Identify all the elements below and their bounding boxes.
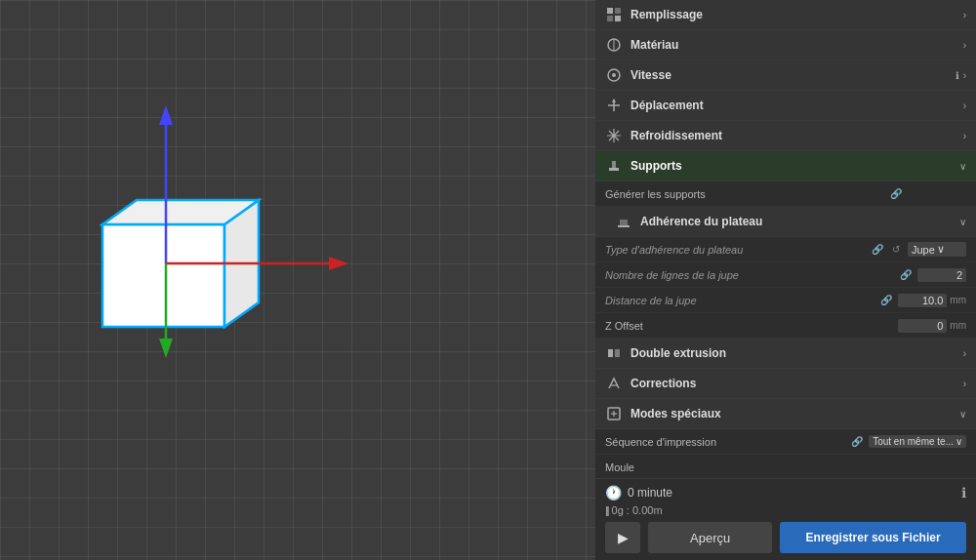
supports-chevron: ∨ — [959, 161, 966, 172]
type-adherence-label: Type d'adhérence du plateau — [605, 244, 870, 256]
enregistrer-button[interactable]: Enregistrer sous Fichier — [780, 522, 966, 553]
section-deplacement[interactable]: Déplacement › — [595, 91, 976, 121]
adherence-chevron: ∨ — [959, 217, 966, 227]
materiau-chevron: › — [963, 40, 966, 51]
section-modes-speciaux[interactable]: Modes spéciaux ∨ — [595, 399, 976, 429]
row-distance-jupe: Distance de la jupe 🔗 mm — [595, 288, 976, 313]
remplissage-icon — [605, 6, 623, 23]
modes-speciaux-label: Modes spéciaux — [630, 407, 956, 420]
svg-rect-19 — [612, 161, 616, 168]
section-refroidissement[interactable]: Refroidissement › — [595, 121, 976, 151]
link-icon-3[interactable]: 🔗 — [878, 293, 894, 308]
vitesse-chevron: ℹ — [956, 70, 959, 81]
nb-lignes-label: Nombre de lignes de la jupe — [605, 269, 898, 281]
adherence-icon — [615, 213, 632, 230]
link-icon-seq[interactable]: 🔗 — [849, 434, 865, 450]
distance-jupe-label: Distance de la jupe — [605, 295, 878, 306]
supports-icon — [605, 157, 623, 175]
svg-rect-11 — [607, 16, 613, 21]
time-left: 🕐 0 minute — [605, 485, 672, 500]
type-adherence-value[interactable]: Jupe ∨ — [908, 242, 966, 257]
sequence-icons: 🔗 — [849, 434, 865, 450]
row-nb-lignes-jupe: Nombre de lignes de la jupe 🔗 — [595, 262, 976, 288]
sequence-label: Séquence d'impression — [605, 436, 849, 448]
supports-label: Supports — [630, 159, 956, 173]
time-label: 0 minute — [628, 486, 672, 500]
corrections-icon — [605, 375, 623, 392]
section-vitesse[interactable]: Vitesse ℹ › — [595, 60, 976, 91]
corrections-chevron: › — [963, 379, 966, 389]
double-extrusion-label: Double extrusion — [630, 346, 959, 360]
section-adherence[interactable]: Adhérence du plateau ∨ — [595, 207, 976, 237]
moule-label: Moule — [605, 461, 908, 473]
z-offset-input[interactable] — [898, 319, 947, 333]
generer-supports-label: Générer les supports — [605, 188, 888, 200]
row-moule: Moule — [595, 455, 976, 478]
svg-marker-17 — [612, 99, 616, 102]
link-icon-2[interactable]: 🔗 — [898, 267, 914, 283]
time-row: 🕐 0 minute ℹ — [605, 485, 966, 500]
row-z-offset: Z Offset mm — [595, 313, 976, 339]
bottom-buttons: ▶ Aperçu Enregistrer sous Fichier — [605, 522, 966, 553]
reset-icon-1[interactable]: ↺ — [888, 242, 904, 258]
deplacement-chevron: › — [963, 100, 966, 111]
distance-jupe-unit: mm — [950, 295, 966, 305]
refroidissement-icon — [605, 127, 623, 144]
seq-chevron: ∨ — [956, 436, 962, 447]
vitesse-icon — [605, 66, 623, 84]
nb-lignes-input[interactable] — [917, 268, 966, 282]
svg-rect-20 — [618, 225, 630, 227]
section-supports[interactable]: Supports ∨ — [595, 151, 976, 181]
svg-rect-23 — [615, 349, 620, 357]
material-row: ||| 0g : 0.00m — [605, 504, 966, 516]
deplacement-icon — [605, 97, 623, 114]
viewport-3d[interactable] — [0, 0, 595, 560]
modes-speciaux-chevron: ∨ — [959, 409, 966, 420]
remplissage-label: Remplissage — [630, 8, 959, 21]
materiau-label: Matériau — [630, 38, 959, 52]
row-sequence-impression: Séquence d'impression 🔗 Tout en même te.… — [595, 429, 976, 455]
clock-icon: 🕐 — [605, 485, 622, 500]
material-bar-icon: ||| — [605, 504, 608, 516]
grid-background — [0, 0, 595, 560]
double-extrusion-chevron: › — [963, 348, 966, 359]
svg-point-16 — [612, 73, 616, 77]
bottom-bar: 🕐 0 minute ℹ ||| 0g : 0.00m ▶ Aperçu Enr… — [595, 478, 976, 560]
info-icon[interactable]: ℹ — [961, 485, 966, 500]
section-corrections[interactable]: Corrections › — [595, 369, 976, 399]
play-button[interactable]: ▶ — [605, 522, 640, 553]
nb-lignes-icons: 🔗 — [898, 267, 914, 283]
vitesse-label: Vitesse — [630, 68, 952, 82]
link-icon-1[interactable]: 🔗 — [870, 242, 885, 258]
adherence-label: Adhérence du plateau — [640, 215, 956, 228]
settings-list: Remplissage › Matériau › Vitesse ℹ › Dép… — [595, 0, 976, 478]
z-offset-unit: mm — [950, 320, 966, 331]
deplacement-label: Déplacement — [630, 99, 959, 112]
modes-speciaux-icon — [605, 405, 623, 422]
sequence-value[interactable]: Tout en même te... ∨ — [869, 435, 966, 448]
section-remplissage[interactable]: Remplissage › — [595, 0, 976, 30]
remplissage-chevron: › — [963, 10, 966, 20]
dropdown-chevron: ∨ — [937, 243, 945, 256]
section-double-extrusion[interactable]: Double extrusion › — [595, 339, 976, 369]
right-panel: Remplissage › Matériau › Vitesse ℹ › Dép… — [595, 0, 976, 560]
material-label: 0g : 0.00m — [612, 504, 663, 516]
svg-rect-21 — [620, 220, 628, 225]
svg-rect-12 — [615, 16, 621, 21]
svg-rect-10 — [615, 8, 621, 14]
svg-rect-22 — [608, 349, 613, 357]
generer-supports-icons: 🔗 — [888, 186, 904, 202]
link-icon[interactable]: 🔗 — [888, 186, 904, 202]
vitesse-chevron2: › — [963, 70, 966, 81]
svg-rect-9 — [607, 8, 613, 14]
row-type-adherence: Type d'adhérence du plateau 🔗 ↺ Jupe ∨ — [595, 237, 976, 262]
type-adherence-icons: 🔗 ↺ — [870, 242, 904, 258]
materiau-icon — [605, 36, 623, 54]
double-extrusion-icon — [605, 344, 623, 362]
refroidissement-label: Refroidissement — [630, 129, 959, 142]
apercu-button[interactable]: Aperçu — [648, 522, 772, 553]
z-offset-label: Z Offset — [605, 320, 894, 332]
distance-jupe-icons: 🔗 — [878, 293, 894, 308]
distance-jupe-input[interactable] — [898, 294, 947, 307]
section-materiau[interactable]: Matériau › — [595, 30, 976, 60]
